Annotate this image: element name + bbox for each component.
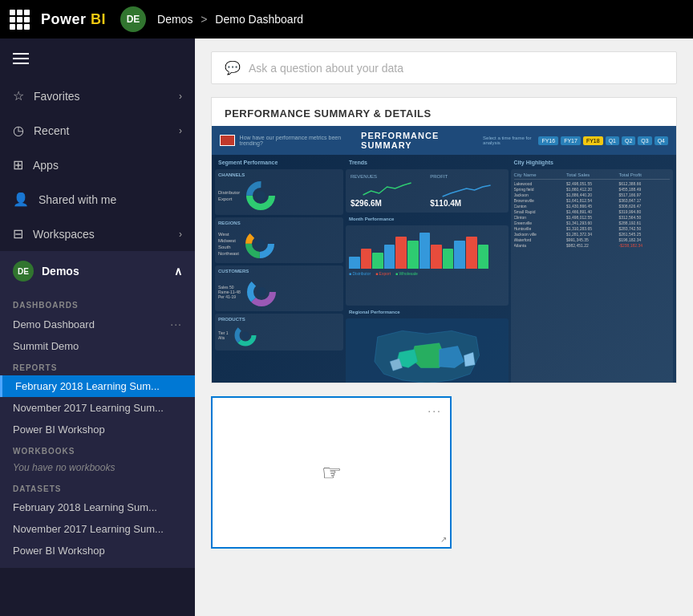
perf-summary: How have our performance metrics been tr…	[212, 126, 676, 383]
time-buttons: FY16 FY17 FY18 Q1 Q2 Q3 Q4	[538, 136, 668, 145]
chevron-right-icon: ›	[179, 125, 182, 136]
profit-metric: PROFIT $110.4M	[430, 174, 503, 208]
table-row: Huntsville$1,310,283.65$283,742.50	[514, 226, 671, 231]
breadcrumb-workspace[interactable]: Demos	[157, 13, 192, 26]
sidebar-item-apps[interactable]: ⊞ Apps	[0, 148, 195, 182]
sidebar-item-feb-2018[interactable]: February 2018 Learning Sum...	[0, 375, 195, 397]
products-label: PRODUCTS	[218, 317, 340, 322]
tier2-label: Alts	[218, 335, 229, 340]
user-avatar[interactable]: DE	[120, 6, 146, 32]
perf-header: How have our performance metrics been tr…	[212, 126, 676, 155]
time-label: Select a time frame for analysis	[483, 136, 535, 145]
apps-icon: ⊞	[13, 157, 23, 172]
btn-q3[interactable]: Q3	[638, 136, 651, 145]
workspace-icon: ⊟	[13, 226, 23, 241]
breadcrumb-page: Demo Dashboard	[215, 13, 303, 26]
perf-summary-image: How have our performance metrics been tr…	[212, 126, 676, 383]
hamburger-menu[interactable]	[0, 38, 195, 79]
city-table-body: Lakewood$2,498,051.55$612,388.66Spring f…	[514, 181, 671, 248]
middle-column: Trends REVENUES	[346, 158, 509, 383]
revenues-metric: REVENUES $296.6M	[351, 174, 424, 208]
more-options-icon[interactable]: ···	[170, 318, 182, 330]
col-sales: Total Sales	[566, 172, 618, 177]
table-row: Lakewood$2,498,051.55$612,388.66	[514, 181, 671, 186]
customers-section: CUSTOMERS Sales 50 Rame-11-48 Per 41-19	[215, 265, 343, 311]
channels-donut	[245, 180, 277, 212]
table-row: Greenville$1,341,293.60$288,192.61	[514, 221, 671, 225]
btn-q4[interactable]: Q4	[654, 136, 668, 145]
sidebar-item-workspaces[interactable]: ⊟ Workspaces ›	[0, 217, 195, 251]
segment-column: Segment Performance CHANNELS Distributor…	[215, 158, 343, 383]
sidebar-item-ds-nov-2017[interactable]: November 2017 Learning Sum...	[0, 518, 195, 540]
sidebar-item-powerbi-workshop[interactable]: Power BI Workshop	[0, 419, 195, 440]
item-label: Power BI Workshop	[13, 545, 182, 557]
sidebar-item-ds-feb-2018[interactable]: February 2018 Learning Sum...	[0, 496, 195, 518]
qa-bar[interactable]: 💬 Ask a question about your data	[211, 51, 677, 84]
qa-icon: 💬	[225, 60, 241, 75]
map-section: ◎ Midwest ◎ Northeast ◎ South ◎ West	[346, 318, 509, 383]
breadcrumb-separator: >	[201, 13, 207, 26]
legend-distributor: ■ Distributor	[349, 271, 371, 276]
sidebar-item-recent[interactable]: ◷ Recent ›	[0, 113, 195, 148]
table-row: Spring field$1,860,412.20$455,188.49	[514, 187, 671, 192]
channels-label: CHANNELS	[218, 172, 340, 177]
btn-q2[interactable]: Q2	[622, 136, 635, 145]
btn-fy16[interactable]: FY16	[538, 136, 558, 145]
apps-launcher-button[interactable]	[10, 10, 30, 30]
month-perf-label: Month Performance	[346, 215, 509, 223]
demos-section-header[interactable]: DE Demos ∧	[0, 251, 195, 291]
sidebar: ☆ Favorites › ◷ Recent › ⊞ Apps 👤 Shared…	[0, 38, 195, 616]
us-map: ◎ Midwest ◎ Northeast ◎ South ◎ West	[346, 318, 509, 383]
sidebar-item-nov-2017[interactable]: November 2017 Learning Sum...	[0, 397, 195, 419]
regions-donut	[244, 228, 276, 260]
main-layout: ☆ Favorites › ◷ Recent › ⊞ Apps 👤 Shared…	[0, 38, 693, 616]
star-icon: ☆	[13, 88, 24, 103]
profit-value: $110.4M	[430, 199, 503, 208]
sales-47-label: Per 41-19	[218, 294, 241, 299]
customers-donut	[245, 276, 278, 308]
workbooks-empty: You have no workbooks	[0, 459, 195, 478]
reports-category: REPORTS	[0, 357, 195, 375]
svg-point-2	[256, 191, 265, 201]
item-label: February 2018 Learning Sum...	[13, 501, 182, 513]
perf-subtitle: How have our performance metrics been tr…	[240, 135, 356, 146]
table-row: Canton$1,430,866.45$308,626.47	[514, 204, 671, 209]
item-label: Demo Dashboard	[13, 318, 170, 330]
segment-label: Segment Performance	[215, 158, 343, 167]
btn-fy18[interactable]: FY18	[583, 136, 603, 145]
regional-perf-label: Regional Performance	[346, 308, 509, 316]
demos-label: Demos	[42, 265, 79, 278]
regions-section: REGIONS West Midwest South Northeast	[215, 217, 343, 263]
south-label: South	[218, 245, 239, 249]
table-row: Brownsville$1,641,812.54$363,847.17	[514, 198, 671, 203]
chevron-right-icon: ›	[179, 229, 182, 240]
btn-fy17[interactable]: FY17	[561, 136, 581, 145]
products-donut	[233, 323, 257, 347]
sidebar-item-summit-demo[interactable]: Summit Demo	[0, 335, 195, 357]
perf-title: PERFORMANCE SUMMARY	[361, 131, 483, 150]
topbar: Power BI DE Demos > Demo Dashboard	[0, 0, 693, 38]
chevron-up-icon: ∧	[174, 265, 182, 278]
sidebar-item-shared[interactable]: 👤 Shared with me	[0, 182, 195, 217]
sidebar-item-ds-powerbi[interactable]: Power BI Workshop	[0, 540, 195, 561]
col-profit: Total Profit	[619, 172, 671, 177]
customers-label: CUSTOMERS	[218, 269, 340, 274]
sidebar-item-demo-dashboard[interactable]: Demo Dashboard ···	[0, 313, 195, 335]
demos-section-content: DASHBOARDS Demo Dashboard ··· Summit Dem…	[0, 291, 195, 568]
table-row: Clinton$1,498,012.55$312,564.50	[514, 215, 671, 220]
demos-avatar: DE	[13, 261, 34, 282]
flag-icon	[220, 135, 235, 146]
table-row: Jackson$1,886,440.20$517,166.97	[514, 192, 671, 197]
sidebar-item-favorites[interactable]: ☆ Favorites ›	[0, 79, 195, 113]
more-options-icon[interactable]: ···	[428, 404, 442, 417]
legend-export: ■ Export	[375, 271, 391, 276]
legend: ■ Distributor ■ Export ■ Wholesale	[349, 271, 505, 276]
dashboard-title: PERFORMANCE SUMMARY & DETAILS	[212, 98, 676, 126]
distributor-label: Distributor	[218, 190, 240, 195]
legend-wholesale: ■ Wholesale	[395, 271, 418, 276]
chevron-right-icon: ›	[179, 91, 182, 102]
table-row: Waterford$991,345.35$196,182.34	[514, 237, 671, 242]
btn-q1[interactable]: Q1	[606, 136, 619, 145]
cursor-pointer: ☞	[322, 460, 342, 486]
perf-title-area: How have our performance metrics been tr…	[220, 131, 483, 150]
